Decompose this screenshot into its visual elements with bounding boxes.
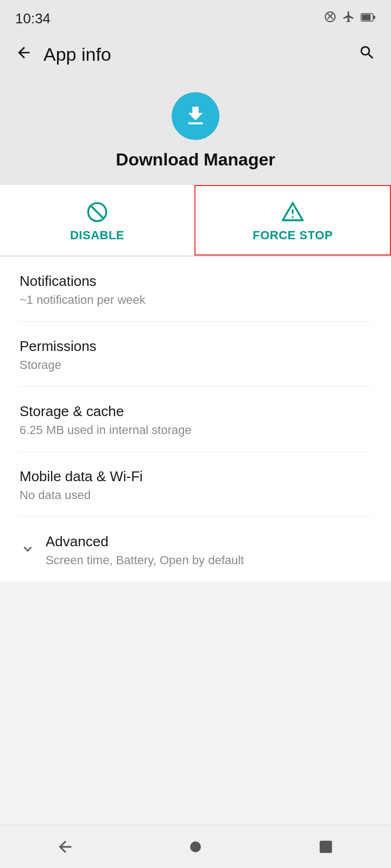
mobile-data-title: Mobile data & Wi-Fi	[20, 468, 371, 485]
advanced-item[interactable]: Advanced Screen time, Battery, Open by d…	[20, 517, 371, 582]
notifications-item[interactable]: Notifications ~1 notification per week	[20, 257, 371, 322]
notifications-title: Notifications	[20, 273, 371, 290]
recents-nav-button[interactable]	[310, 831, 342, 863]
battery-icon	[361, 11, 376, 26]
app-header: Download Manager	[0, 76, 391, 185]
advanced-title: Advanced	[46, 533, 244, 550]
airplane-icon	[342, 10, 355, 27]
storage-subtitle: 6.25 MB used in internal storage	[20, 423, 371, 437]
storage-title: Storage & cache	[20, 403, 371, 420]
svg-point-6	[292, 216, 293, 218]
storage-item[interactable]: Storage & cache 6.25 MB used in internal…	[20, 387, 371, 452]
mobile-data-subtitle: No data used	[20, 488, 371, 502]
mobile-data-item[interactable]: Mobile data & Wi-Fi No data used	[20, 452, 371, 517]
search-button[interactable]	[358, 44, 376, 65]
advanced-text: Advanced Screen time, Battery, Open by d…	[46, 533, 244, 567]
svg-point-7	[190, 841, 201, 852]
bottom-nav	[0, 825, 391, 868]
home-nav-button[interactable]	[179, 831, 212, 863]
back-nav-button[interactable]	[49, 831, 81, 863]
permissions-item[interactable]: Permissions Storage	[20, 322, 371, 387]
home-nav-icon	[186, 838, 205, 856]
force-stop-label: FORCE STOP	[253, 228, 333, 242]
back-button[interactable]	[15, 44, 33, 65]
status-icons	[324, 10, 376, 27]
status-time: 10:34	[15, 10, 51, 27]
svg-line-4	[91, 206, 104, 219]
download-icon	[183, 104, 208, 129]
notifications-subtitle: ~1 notification per week	[20, 293, 371, 307]
disable-label: DISABLE	[70, 228, 124, 242]
force-stop-button[interactable]: FORCE STOP	[194, 185, 391, 256]
permissions-title: Permissions	[20, 338, 371, 355]
svg-rect-1	[362, 15, 371, 21]
force-stop-icon	[282, 201, 304, 223]
action-row: DISABLE FORCE STOP	[0, 185, 391, 256]
back-nav-icon	[56, 838, 74, 856]
app-name: Download Manager	[116, 150, 275, 170]
mute-icon	[324, 10, 337, 27]
chevron-down-icon	[20, 541, 36, 561]
status-bar: 10:34	[0, 0, 391, 33]
app-icon	[172, 92, 219, 140]
svg-rect-8	[320, 840, 332, 853]
top-bar-left: App info	[15, 44, 111, 65]
svg-rect-2	[373, 16, 375, 19]
top-bar: App info	[0, 33, 391, 76]
permissions-subtitle: Storage	[20, 358, 371, 372]
page-title: App info	[43, 44, 111, 65]
disable-button[interactable]: DISABLE	[0, 185, 194, 256]
settings-list: Notifications ~1 notification per week P…	[0, 257, 391, 582]
recents-nav-icon	[317, 838, 335, 856]
disable-icon	[86, 201, 108, 223]
advanced-subtitle: Screen time, Battery, Open by default	[46, 553, 244, 567]
